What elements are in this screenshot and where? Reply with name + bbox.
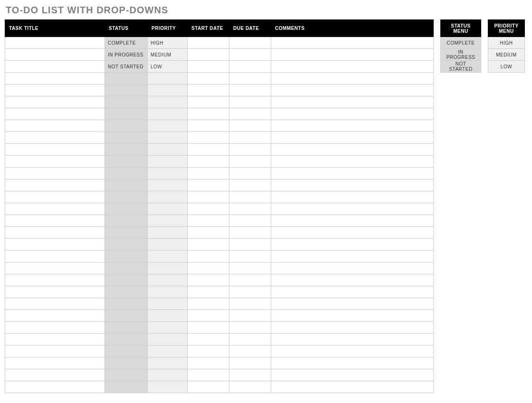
priority-cell[interactable]	[148, 381, 188, 393]
priority-cell[interactable]: MEDIUM	[148, 49, 188, 61]
due-date-cell[interactable]	[229, 156, 271, 168]
task-cell[interactable]	[5, 357, 105, 369]
due-date-cell[interactable]	[229, 298, 271, 310]
task-cell[interactable]	[5, 168, 105, 179]
status-menu-item[interactable]: NOT STARTED	[441, 61, 481, 73]
due-date-cell[interactable]	[229, 96, 271, 108]
comments-cell[interactable]	[271, 61, 434, 73]
due-date-cell[interactable]	[229, 61, 271, 73]
status-cell[interactable]	[105, 84, 148, 96]
status-cell[interactable]	[105, 298, 148, 310]
task-cell[interactable]	[5, 381, 105, 393]
status-cell[interactable]	[105, 179, 148, 191]
priority-cell[interactable]	[148, 215, 188, 227]
task-cell[interactable]	[5, 156, 105, 168]
priority-cell[interactable]	[148, 262, 188, 274]
comments-cell[interactable]	[271, 144, 434, 156]
start-date-cell[interactable]	[188, 96, 229, 108]
start-date-cell[interactable]	[188, 108, 229, 120]
task-cell[interactable]	[5, 73, 105, 84]
due-date-cell[interactable]	[229, 251, 271, 262]
start-date-cell[interactable]	[188, 49, 229, 61]
status-menu-item[interactable]: COMPLETE	[441, 37, 481, 49]
status-cell[interactable]	[105, 191, 148, 203]
priority-cell[interactable]	[148, 286, 188, 298]
due-date-cell[interactable]	[229, 334, 271, 346]
status-cell[interactable]	[105, 310, 148, 322]
task-cell[interactable]	[5, 108, 105, 120]
due-date-cell[interactable]	[229, 369, 271, 381]
start-date-cell[interactable]	[188, 132, 229, 144]
start-date-cell[interactable]	[188, 322, 229, 334]
status-cell[interactable]	[105, 251, 148, 262]
comments-cell[interactable]	[271, 369, 434, 381]
priority-cell[interactable]: HIGH	[148, 37, 188, 49]
task-cell[interactable]	[5, 61, 105, 73]
start-date-cell[interactable]	[188, 37, 229, 49]
comments-cell[interactable]	[271, 381, 434, 393]
status-cell[interactable]	[105, 357, 148, 369]
priority-cell[interactable]	[148, 369, 188, 381]
start-date-cell[interactable]	[188, 298, 229, 310]
status-cell[interactable]	[105, 274, 148, 286]
due-date-cell[interactable]	[229, 191, 271, 203]
due-date-cell[interactable]	[229, 37, 271, 49]
task-cell[interactable]	[5, 286, 105, 298]
task-cell[interactable]	[5, 96, 105, 108]
comments-cell[interactable]	[271, 310, 434, 322]
start-date-cell[interactable]	[188, 251, 229, 262]
task-cell[interactable]	[5, 37, 105, 49]
task-cell[interactable]	[5, 239, 105, 251]
due-date-cell[interactable]	[229, 239, 271, 251]
task-cell[interactable]	[5, 322, 105, 334]
comments-cell[interactable]	[271, 191, 434, 203]
comments-cell[interactable]	[271, 108, 434, 120]
priority-menu-item[interactable]: LOW	[488, 61, 525, 73]
task-cell[interactable]	[5, 262, 105, 274]
task-cell[interactable]	[5, 274, 105, 286]
task-cell[interactable]	[5, 215, 105, 227]
start-date-cell[interactable]	[188, 120, 229, 132]
status-menu-item[interactable]: IN PROGRESS	[441, 49, 481, 61]
comments-cell[interactable]	[271, 227, 434, 239]
status-cell[interactable]: NOT STARTED	[105, 61, 148, 73]
status-cell[interactable]	[105, 215, 148, 227]
due-date-cell[interactable]	[229, 203, 271, 215]
comments-cell[interactable]	[271, 37, 434, 49]
start-date-cell[interactable]	[188, 274, 229, 286]
comments-cell[interactable]	[271, 298, 434, 310]
priority-cell[interactable]	[148, 274, 188, 286]
task-cell[interactable]	[5, 84, 105, 96]
start-date-cell[interactable]	[188, 357, 229, 369]
status-cell[interactable]	[105, 346, 148, 357]
due-date-cell[interactable]	[229, 120, 271, 132]
priority-cell[interactable]	[148, 251, 188, 262]
status-cell[interactable]	[105, 132, 148, 144]
comments-cell[interactable]	[271, 322, 434, 334]
status-cell[interactable]: IN PROGRESS	[105, 49, 148, 61]
status-cell[interactable]	[105, 156, 148, 168]
task-cell[interactable]	[5, 179, 105, 191]
start-date-cell[interactable]	[188, 73, 229, 84]
priority-cell[interactable]	[148, 191, 188, 203]
due-date-cell[interactable]	[229, 168, 271, 179]
start-date-cell[interactable]	[188, 369, 229, 381]
due-date-cell[interactable]	[229, 49, 271, 61]
task-cell[interactable]	[5, 310, 105, 322]
due-date-cell[interactable]	[229, 179, 271, 191]
task-cell[interactable]	[5, 203, 105, 215]
task-cell[interactable]	[5, 334, 105, 346]
start-date-cell[interactable]	[188, 144, 229, 156]
comments-cell[interactable]	[271, 357, 434, 369]
start-date-cell[interactable]	[188, 346, 229, 357]
status-cell[interactable]	[105, 227, 148, 239]
start-date-cell[interactable]	[188, 179, 229, 191]
comments-cell[interactable]	[271, 346, 434, 357]
start-date-cell[interactable]	[188, 61, 229, 73]
due-date-cell[interactable]	[229, 262, 271, 274]
due-date-cell[interactable]	[229, 144, 271, 156]
priority-cell[interactable]: LOW	[148, 61, 188, 73]
priority-cell[interactable]	[148, 144, 188, 156]
comments-cell[interactable]	[271, 132, 434, 144]
task-cell[interactable]	[5, 144, 105, 156]
